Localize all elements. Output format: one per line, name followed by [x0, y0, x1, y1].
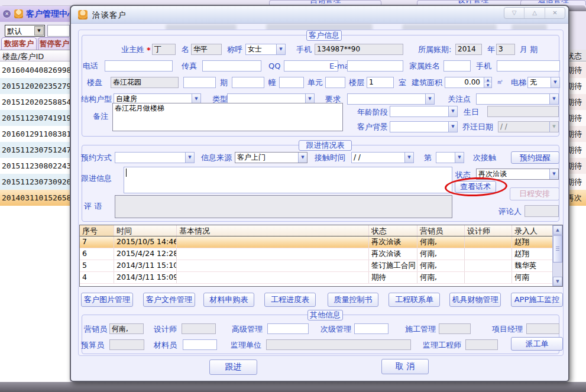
salutation-select[interactable]: 女士 ▼ [245, 44, 286, 55]
info-source-select[interactable]: 客户上门 ▼ [235, 152, 307, 163]
given-name-field[interactable]: 华平 [191, 44, 222, 55]
age-stage-select[interactable]: ▼ [390, 106, 458, 117]
elevator-select[interactable]: 无 ▼ [527, 77, 560, 88]
chevron-down-icon[interactable]: ▼ [404, 153, 413, 163]
col-basic[interactable]: 基本情况 [177, 225, 369, 236]
nth-select[interactable]: ▼ [436, 152, 464, 163]
focus-select[interactable]: ▼ [476, 93, 559, 105]
list-item[interactable]: 2016040408269981 [0, 62, 70, 78]
chevron-down-icon[interactable]: ▼ [549, 94, 558, 104]
schedule-button[interactable]: 日程安排 [510, 187, 559, 200]
tab-paused-customers[interactable]: 暂停客户 [38, 37, 71, 50]
spin-up-icon[interactable]: ▲ [484, 77, 491, 83]
unit-field-1[interactable] [279, 77, 304, 88]
close-icon[interactable]: ✕ [545, 8, 565, 18]
unit-field-2[interactable] [325, 77, 345, 88]
list-item[interactable]: 2015120202352799 [0, 78, 70, 94]
mobile-field[interactable]: 134987**90 [315, 44, 403, 55]
maximize-icon[interactable]: △ [525, 8, 545, 18]
chevron-down-icon[interactable]: ▼ [549, 122, 558, 132]
chevron-down-icon[interactable]: ▼ [455, 153, 464, 163]
chevron-down-icon[interactable]: ▼ [185, 153, 194, 163]
family-mobile-field[interactable] [497, 60, 560, 72]
remark-textarea[interactable]: 春江花月做楼梯 [112, 103, 343, 131]
list-item[interactable]: 2015112308022433 [0, 158, 70, 174]
chevron-down-icon[interactable]: ▼ [276, 44, 285, 54]
scroll-down-icon[interactable]: ▼ [553, 277, 562, 286]
phone-field[interactable] [105, 60, 173, 72]
cancel-button[interactable]: 取 消 [381, 359, 429, 374]
area-stepper[interactable]: 0.00 ▲▼ [445, 77, 492, 88]
filter-select[interactable]: 默认 ▼ [5, 25, 45, 37]
col-time[interactable]: 时间 [114, 225, 177, 236]
app-monitor-button[interactable]: APP施工监控 [511, 293, 563, 307]
birthday-field[interactable] [487, 106, 559, 117]
contact-time-select[interactable]: / / ▼ [351, 152, 414, 163]
minimize-icon[interactable]: ▽ [504, 8, 525, 18]
project-manager-field[interactable] [526, 323, 559, 334]
list-item-selected[interactable]: 2014031101526589 [0, 190, 70, 206]
list-item[interactable]: 2015120202588541 [0, 94, 70, 110]
col-marketer[interactable]: 营销员 [417, 225, 465, 236]
table-row[interactable]: 5 2014/3/11 15:10 签订施工合同 何南, 魏华英 [80, 260, 552, 272]
list-item[interactable]: 2015112307512476 [0, 142, 70, 158]
customer-center-tab[interactable]: ✕ 客户管理中心 [0, 6, 70, 22]
partial-field[interactable] [47, 25, 70, 37]
dispatch-order-button[interactable]: 派工单 [511, 337, 563, 351]
commenter-field[interactable] [525, 205, 559, 217]
secondary-manager-field[interactable] [354, 323, 388, 334]
list-item[interactable]: 2015112307309205 [0, 174, 70, 190]
designer-field[interactable] [182, 323, 216, 334]
owner-surname-field[interactable]: 丁 [152, 44, 176, 55]
appointment-method-select[interactable]: ▼ [115, 152, 195, 163]
list-item[interactable]: 2015112307419197 [0, 110, 70, 126]
vertical-scrollbar[interactable]: ▲ ▼ [552, 225, 562, 286]
phase-field[interactable] [183, 77, 216, 88]
project-schedule-button[interactable]: 工程进度表 [264, 293, 316, 307]
customer-files-button[interactable]: 客户文件管理 [143, 293, 195, 307]
scroll-up-icon[interactable]: ▲ [553, 225, 562, 235]
budgeter-field[interactable] [109, 339, 144, 350]
estate-field[interactable]: 春江花园 [111, 77, 179, 88]
construction-manager-field[interactable] [439, 323, 471, 334]
supervision-unit-field[interactable] [266, 339, 411, 350]
email-field[interactable] [347, 60, 403, 72]
chevron-down-icon[interactable]: ▼ [448, 106, 457, 116]
col-no[interactable]: 序号 [80, 225, 114, 236]
family-name-field[interactable] [443, 60, 471, 72]
col-designer[interactable]: 设计师 [465, 225, 512, 236]
follow-up-info-textarea[interactable] [124, 167, 452, 193]
comment-textarea[interactable] [115, 195, 452, 218]
table-row[interactable]: 4 2014/3/11 15:09 期待 何南, 何南 [80, 272, 552, 284]
table-row-selected[interactable]: 7 2015/10/5 14:46 再次洽谈 何南, 赵翔 [80, 237, 552, 248]
follow-up-button[interactable]: 跟进 [209, 359, 257, 375]
customer-photos-button[interactable]: 客户图片管理 [81, 293, 133, 307]
chevron-down-icon[interactable]: ▼ [551, 77, 559, 88]
period-month-field[interactable]: 3 [496, 44, 515, 55]
building-field[interactable] [232, 77, 264, 88]
period-year-field[interactable]: 2014 [455, 44, 482, 55]
chevron-down-icon[interactable]: ▼ [448, 122, 457, 132]
col-status[interactable]: 状态 [369, 225, 417, 236]
marketer-field[interactable]: 何南, [109, 323, 144, 334]
floor-field[interactable]: 1 [367, 77, 394, 88]
tab-close-icon[interactable]: ✕ [2, 9, 11, 18]
equipment-assets-button[interactable]: 机具财物管理 [449, 293, 501, 307]
fax-field[interactable] [202, 60, 261, 72]
material-request-button[interactable]: 材料申购表 [203, 293, 254, 307]
chevron-down-icon[interactable]: ▼ [425, 94, 434, 104]
material-clerk-field[interactable] [183, 339, 217, 350]
scrollbar-thumb[interactable] [553, 235, 562, 263]
list-item[interactable]: 2016012911083815 [0, 126, 70, 142]
senior-manager-field[interactable] [267, 323, 309, 334]
spin-down-icon[interactable]: ▼ [484, 83, 491, 88]
tab-data-customers[interactable]: 数据客户 [1, 37, 37, 50]
chevron-down-icon[interactable]: ▼ [298, 153, 307, 163]
dialog-titlebar[interactable]: 洽谈客户 ▽ △ ✕ [71, 6, 568, 24]
requirement-select[interactable]: ▼ [347, 93, 435, 105]
project-contact-button[interactable]: 工程联系单 [388, 293, 440, 307]
movein-date-select[interactable]: / / ▼ [498, 121, 559, 132]
chevron-down-icon[interactable]: ▼ [549, 169, 558, 179]
col-entry[interactable]: 录入人 [512, 225, 552, 236]
table-row[interactable]: 6 2015/4/24 12:28 再次洽谈 何南, 赵翔 [80, 248, 552, 260]
